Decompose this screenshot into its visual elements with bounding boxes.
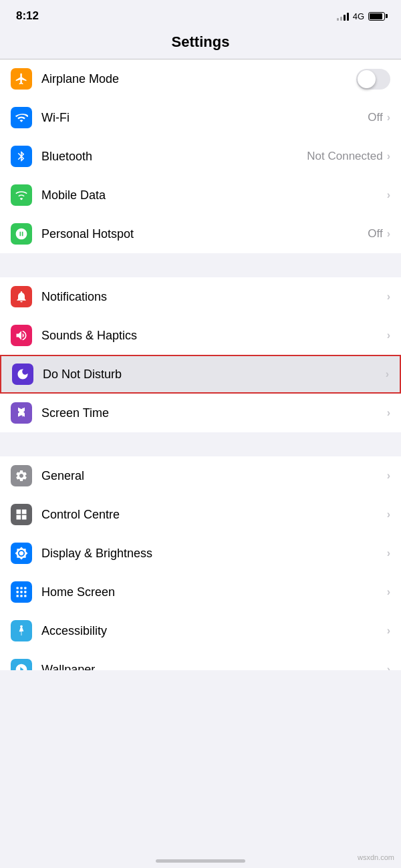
display-label: Display & Brightness (41, 547, 152, 561)
wifi-content: Wi-Fi Off › (41, 104, 390, 132)
control-centre-chevron: › (387, 509, 390, 521)
airplane-mode-content: Airplane Mode (41, 62, 390, 96)
wallpaper-chevron: › (387, 664, 390, 670)
notifications-label: Notifications (41, 290, 107, 304)
mobile-data-label: Mobile Data (41, 188, 106, 202)
do-not-disturb-right: › (386, 368, 389, 380)
mobile-data-icon (11, 184, 32, 206)
sounds-label: Sounds & Haptics (41, 329, 137, 343)
svg-rect-8 (24, 595, 26, 597)
wallpaper-label: Wallpaper (41, 663, 95, 671)
hotspot-chevron: › (387, 228, 390, 240)
bluetooth-label: Bluetooth (41, 150, 92, 164)
bluetooth-value: Not Connected (307, 150, 382, 163)
network-type: 4G (353, 11, 364, 21)
signal-icon (337, 11, 349, 21)
general-row[interactable]: General › (0, 456, 401, 495)
general-icon (11, 465, 32, 486)
wallpaper-content: Wallpaper › (41, 656, 390, 671)
wifi-right: Off › (368, 111, 390, 124)
general-group: General › Control Centre › Display & B (0, 456, 401, 650)
wallpaper-right: › (387, 664, 390, 670)
bluetooth-row[interactable]: Bluetooth Not Connected › (0, 137, 401, 176)
screen-time-row[interactable]: Screen Time › (0, 394, 401, 432)
hotspot-icon (11, 223, 32, 245)
page-title: Settings (0, 33, 401, 51)
gap-2 (0, 432, 401, 456)
airplane-mode-label: Airplane Mode (41, 72, 119, 86)
battery-icon (368, 12, 385, 21)
svg-rect-5 (24, 591, 26, 593)
home-screen-chevron: › (387, 586, 390, 598)
screen-time-right: › (387, 407, 390, 419)
connectivity-group: Airplane Mode Wi-Fi Off › Blu (0, 59, 401, 253)
svg-rect-4 (20, 591, 22, 593)
hotspot-label: Personal Hotspot (41, 227, 134, 241)
home-screen-content: Home Screen › (41, 579, 390, 606)
accessibility-right: › (387, 625, 390, 637)
svg-rect-3 (17, 591, 19, 593)
airplane-mode-toggle[interactable] (356, 69, 390, 90)
airplane-mode-row[interactable]: Airplane Mode (0, 59, 401, 98)
do-not-disturb-chevron: › (386, 368, 389, 380)
sounds-row[interactable]: Sounds & Haptics › (0, 316, 401, 355)
notifications-content: Notifications › (41, 283, 390, 311)
wifi-label: Wi-Fi (41, 111, 70, 125)
status-icons: 4G (337, 11, 385, 21)
general-content: General › (41, 462, 390, 490)
control-centre-icon (11, 504, 32, 525)
display-content: Display & Brightness › (41, 540, 390, 567)
accessibility-label: Accessibility (41, 624, 107, 638)
notifications-right: › (387, 291, 390, 303)
sounds-chevron: › (387, 329, 390, 341)
do-not-disturb-label: Do Not Disturb (43, 368, 122, 382)
hotspot-right: Off › (368, 227, 390, 241)
control-centre-content: Control Centre › (41, 501, 390, 529)
notifications-chevron: › (387, 291, 390, 303)
page-title-container: Settings (0, 28, 401, 59)
svg-rect-2 (24, 587, 26, 589)
display-row[interactable]: Display & Brightness › (0, 534, 401, 573)
gap-1 (0, 253, 401, 277)
mobile-data-row[interactable]: Mobile Data › (0, 176, 401, 214)
screen-time-label: Screen Time (41, 406, 109, 420)
bluetooth-content: Bluetooth Not Connected › (41, 143, 390, 170)
home-screen-row[interactable]: Home Screen › (0, 573, 401, 611)
hotspot-value: Off (368, 227, 382, 241)
status-time: 8:12 (16, 9, 39, 23)
mobile-data-chevron: › (387, 189, 390, 201)
do-not-disturb-content: Do Not Disturb › (43, 361, 389, 388)
control-centre-right: › (387, 509, 390, 521)
general-right: › (387, 470, 390, 482)
control-centre-row[interactable]: Control Centre › (0, 495, 401, 534)
svg-rect-0 (17, 587, 19, 589)
notifications-row[interactable]: Notifications › (0, 277, 401, 316)
mobile-data-content: Mobile Data › (41, 182, 390, 209)
screen-time-chevron: › (387, 407, 390, 419)
do-not-disturb-row[interactable]: Do Not Disturb › (0, 355, 401, 394)
general-chevron: › (387, 470, 390, 482)
accessibility-row[interactable]: Accessibility › (0, 611, 401, 650)
bluetooth-icon (11, 146, 32, 167)
bluetooth-chevron: › (387, 150, 390, 162)
display-icon (11, 543, 32, 564)
svg-rect-1 (20, 587, 22, 589)
screen-time-icon (11, 402, 32, 424)
wallpaper-row[interactable]: Wallpaper › (0, 650, 401, 670)
general-label: General (41, 469, 84, 483)
airplane-mode-icon (11, 68, 32, 90)
home-indicator (156, 859, 245, 863)
status-bar: 8:12 4G (0, 0, 401, 28)
svg-rect-7 (20, 595, 22, 597)
do-not-disturb-icon (12, 364, 33, 385)
accessibility-content: Accessibility › (41, 617, 390, 645)
accessibility-chevron: › (387, 625, 390, 637)
sounds-icon (11, 325, 32, 346)
wifi-row[interactable]: Wi-Fi Off › (0, 98, 401, 137)
accessibility-icon (11, 620, 32, 641)
home-screen-icon (11, 581, 32, 603)
sounds-right: › (387, 329, 390, 341)
hotspot-row[interactable]: Personal Hotspot Off › (0, 214, 401, 253)
hotspot-content: Personal Hotspot Off › (41, 221, 390, 248)
wifi-icon (11, 107, 32, 128)
